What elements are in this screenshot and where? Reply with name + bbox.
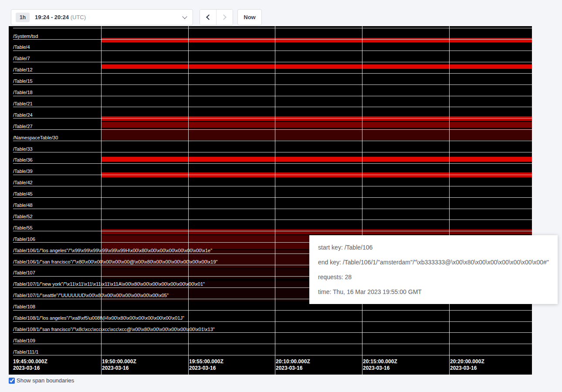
time-preset-badge: 1h [16,13,30,22]
span-label: /Table/7 [13,55,30,61]
x-axis-tick-label: 20:15:00.000Z2023-03-16 [363,358,397,372]
span-label: /Table/106 [13,236,35,242]
show-span-boundaries-control[interactable]: Show span boundaries [9,377,74,384]
time-gridline [449,26,450,375]
span-label: /Table/18 [13,89,33,95]
span-boundary-line [13,175,532,175]
span-boundary-line [13,152,532,152]
span-boundary-line [13,73,532,74]
heat-band[interactable] [102,38,532,42]
span-boundary-line [13,51,532,51]
heat-band[interactable] [102,157,532,162]
time-range-timezone: (UTC) [71,14,86,20]
span-boundary-line [13,129,532,130]
span-label: /Table/27 [13,123,33,129]
span-boundary-line [13,107,532,107]
span-label: /Table/36 [13,157,33,163]
chevron-right-icon [221,14,227,20]
span-label: /NamespaceTable/30 [13,135,58,141]
heat-band[interactable] [102,129,532,140]
span-boundary-line [13,39,532,40]
span-label: /Table/45 [13,191,33,197]
span-label: /Table/55 [13,225,33,231]
span-label: /Table/108/1/"san francisco"/"\x8c\xcc\x… [13,326,215,332]
span-boundary-line [13,96,532,96]
time-gridline [188,26,189,375]
span-label: /Table/106/1/"los angeles"/"\x99\x99\x99… [13,247,212,253]
span-boundary-line [13,141,532,141]
x-axis-tick-label: 20:20:00.000Z2023-03-16 [450,358,484,372]
span-boundary-line [13,209,532,209]
span-label: /Table/39 [13,168,33,174]
chevron-down-icon [182,14,187,19]
span-boundary-line [13,355,532,355]
key-visualizer-canvas[interactable]: /System/tsd/Table/4/Table/7/Table/12/Tab… [9,26,532,375]
span-boundary-line [13,231,532,231]
span-boundary-line [13,344,532,344]
time-nav-buttons [200,9,233,25]
heat-band[interactable] [102,229,532,234]
key-visualizer-page: 1h 19:24 - 20:24 (UTC) Now /System/tsd/T… [0,0,562,392]
span-label: /Table/108 [13,304,35,310]
x-axis-tick-label: 20:10:00.000Z2023-03-16 [276,358,310,372]
span-boundary-line [13,321,532,322]
now-button[interactable]: Now [237,9,262,25]
time-range-text: 19:24 - 20:24 (UTC) [35,14,86,20]
span-boundary-line [13,220,532,220]
span-label: /Table/52 [13,213,33,220]
span-label: /Table/48 [13,202,33,208]
heat-band[interactable] [102,122,532,128]
time-gridline [362,26,362,375]
span-label: /Table/21 [13,101,33,107]
span-label: /System/tsd [13,33,38,39]
previous-interval-button[interactable] [200,10,216,25]
time-gridline [101,26,102,375]
span-label: /Table/42 [13,179,33,186]
span-label: /Table/15 [13,78,33,84]
span-label: /Table/108/1/"los angeles"/"\xa8\xf5\u00… [13,315,184,321]
span-boundary-line [13,163,532,164]
span-boundary-line [13,332,532,333]
span-label: /Table/33 [13,146,33,152]
tooltip-requests: requests: 28 [318,270,549,284]
time-range-selector[interactable]: 1h 19:24 - 20:24 (UTC) [11,9,193,25]
x-axis-tick-label: 19:45:00.000Z2023-03-16 [13,358,47,372]
heat-band[interactable] [102,64,532,69]
tooltip-end-key: end key: /Table/106/1/"amsterdam"/"\xb33… [318,255,549,270]
span-boundary-line [13,186,532,186]
span-label: /Table/109 [13,338,35,344]
span-label: /Table/24 [13,112,33,118]
span-label: /Table/107/1/"new york"/"\x11\x11\x11\x1… [13,281,205,287]
x-axis-tick-label: 19:55:00.000Z2023-03-16 [189,358,223,372]
span-boundary-line [13,84,532,85]
span-label: /Table/107 [13,270,35,276]
span-boundary-line [13,197,532,198]
span-boundary-line [13,310,532,311]
span-label: /Table/12 [13,67,33,73]
next-interval-button[interactable] [216,10,233,25]
time-range-value: 19:24 - 20:24 [35,14,69,20]
tooltip-time: time: Thu, 16 Mar 2023 19:55:00 GMT [318,284,549,299]
checkbox-label: Show span boundaries [17,377,74,384]
span-label: /Table/107/1/"seattle"/"UUUUUUD\x00\x80\… [13,292,169,298]
time-gridline [275,26,275,375]
x-axis-tick-label: 19:50:00.000Z2023-03-16 [102,358,136,372]
span-boundary-line [13,62,532,62]
span-boundary-line [13,118,532,118]
span-tooltip: start key: /Table/106 end key: /Table/10… [309,235,558,304]
chevron-left-icon [206,14,212,20]
tooltip-start-key: start key: /Table/106 [318,240,549,255]
show-span-boundaries-checkbox[interactable] [9,378,15,384]
span-label: /Table/106/1/"san francisco"/"\x80\x00\x… [13,259,218,265]
span-label: /Table/4 [13,44,30,50]
span-label: /Table/111/1 [13,349,38,355]
span-boundary-line [13,28,532,28]
